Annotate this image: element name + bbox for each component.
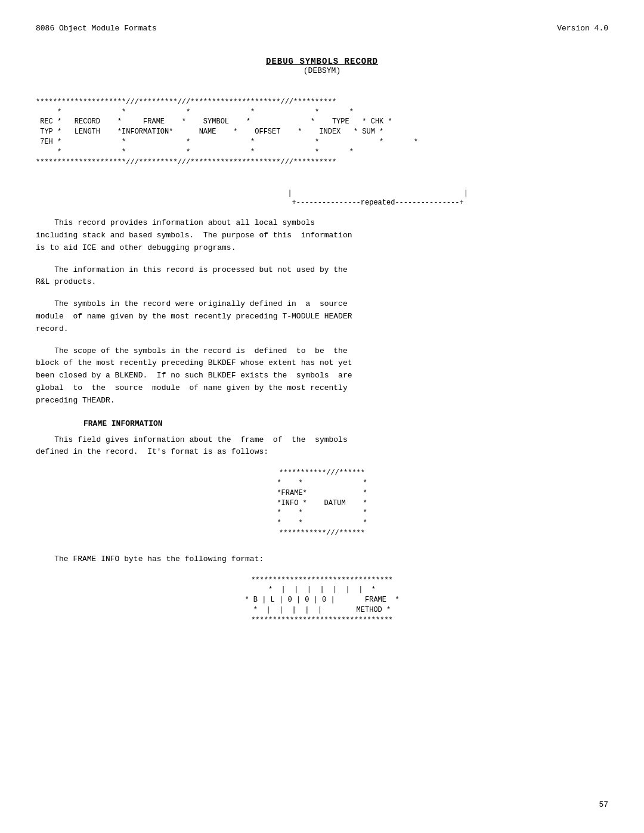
paragraph-3: The symbols in the record were originall… (36, 298, 608, 335)
paragraph-5: This field gives information about the f… (36, 434, 608, 459)
paragraph-4: The scope of the symbols in the record i… (36, 345, 608, 407)
star-row2: * * * * * * (36, 148, 354, 156)
frame-table: ***********///****** * * * *FRAME* * *IN… (36, 468, 608, 538)
pipe-line: | | (36, 189, 608, 197)
border-top: *********************///*********///****… (36, 98, 336, 106)
record-table: *********************///*********///****… (36, 87, 608, 177)
page-number: 57 (599, 800, 608, 809)
frame-information-heading: FRAME INFORMATION (83, 419, 608, 428)
page-header: 8086 Object Module Formats Version 4.0 (36, 24, 608, 33)
title-section: DEBUG SYMBOLS RECORD (DEBSYM) (36, 57, 608, 75)
star-row: * * * * * * (36, 108, 354, 116)
frame-info-table: ********************************* * | | … (36, 575, 608, 625)
border-bot: *********************///*********///****… (36, 158, 336, 166)
repeated-row: +---------------repeated---------------+ (36, 199, 608, 207)
7eh-row: 7EH * * * * * * * (36, 138, 418, 146)
paragraph-1: This record provides information about a… (36, 217, 608, 254)
typ-row: TYP * LENGTH *INFORMATION* NAME * OFFSET… (36, 128, 383, 136)
page: 8086 Object Module Formats Version 4.0 D… (0, 0, 644, 833)
rec-row: REC * RECORD * FRAME * SYMBOL * * TYPE *… (36, 117, 392, 126)
title-line2: (DEBSYM) (36, 66, 608, 75)
header-left: 8086 Object Module Formats (36, 24, 157, 33)
header-right: Version 4.0 (557, 24, 608, 33)
paragraph-6: The FRAME INFO byte has the following fo… (36, 553, 608, 566)
title-line1: DEBUG SYMBOLS RECORD (36, 57, 608, 66)
paragraph-2: The information in this record is proces… (36, 264, 608, 289)
